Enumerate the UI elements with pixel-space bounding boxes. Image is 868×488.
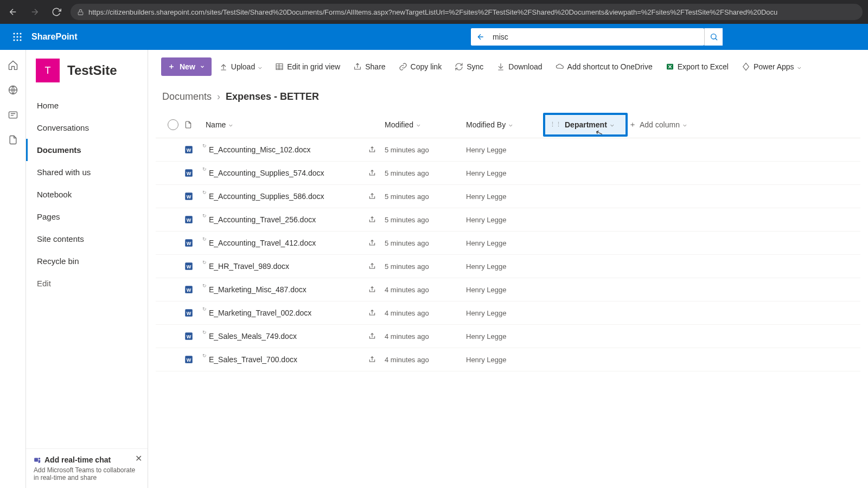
svg-text:W: W [187,334,192,339]
sidebar-item-shared-with-us[interactable]: Shared with us [26,161,148,183]
svg-text:W: W [187,217,192,223]
modified-by-cell: Henry Legge [466,286,542,294]
share-row-icon[interactable] [368,332,385,340]
table-row[interactable]: WE_Accounting_Travel_256.docx5 minutes a… [156,208,860,232]
svg-text:W: W [187,194,192,200]
close-icon[interactable]: ✕ [135,453,142,464]
add-column-button[interactable]: ＋Add column⌵ [629,120,705,130]
power-apps-button[interactable]: Power Apps⌵ [736,59,807,74]
rail-files-icon[interactable] [8,134,18,145]
svg-point-10 [711,34,716,39]
table-row[interactable]: WE_Sales_Travel_700.docx4 minutes agoHen… [156,348,860,371]
table-row[interactable]: WE_Accounting_Travel_412.docx5 minutes a… [156,232,860,255]
file-name[interactable]: E_Sales_Travel_700.docx [206,355,297,364]
share-row-icon[interactable] [368,239,385,247]
modified-by-cell: Henry Legge [466,356,542,364]
table-row[interactable]: WE_Accounting_Misc_102.docx5 minutes ago… [156,138,860,162]
sidebar-item-pages[interactable]: Pages [26,206,148,228]
sync-button[interactable]: Sync [449,59,489,74]
file-name[interactable]: E_Accounting_Travel_412.docx [206,239,316,247]
file-name[interactable]: E_Accounting_Supplies_586.docx [206,192,324,201]
file-name[interactable]: E_Accounting_Misc_102.docx [206,145,311,154]
download-button[interactable]: Download [491,59,547,74]
table-row[interactable]: WE_Accounting_Supplies_574.docx5 minutes… [156,162,860,185]
table-row[interactable]: WE_HR_Travel_989.docx5 minutes agoHenry … [156,255,860,278]
file-name[interactable]: E_Marketing_Travel_002.docx [206,309,311,317]
modified-by-cell: Henry Legge [466,216,542,224]
grid-icon [275,62,284,71]
share-row-icon[interactable] [368,356,385,363]
document-list: Name⌵ Modified⌵ Modified By⌵ ⋮⋮ Departme… [156,111,860,371]
add-shortcut-button[interactable]: Add shortcut to OneDrive [550,59,658,74]
rail-globe-icon[interactable] [8,85,18,95]
site-logo[interactable]: T [36,59,60,82]
svg-text:W: W [187,357,192,363]
table-row[interactable]: WE_Sales_Meals_749.docx4 minutes agoHenr… [156,325,860,348]
column-modified[interactable]: Modified⌵ [385,120,466,129]
share-row-icon[interactable] [368,286,385,293]
search-button[interactable] [704,28,723,46]
table-row[interactable]: WE_Accounting_Supplies_586.docx5 minutes… [156,185,860,208]
file-name[interactable]: E_Accounting_Supplies_574.docx [206,169,324,177]
svg-rect-13 [34,458,38,462]
plus-icon: ＋ [629,120,636,130]
modified-by-cell: Henry Legge [466,309,542,317]
table-row[interactable]: WE_Marketing_Travel_002.docx4 minutes ag… [156,301,860,325]
drag-handle-icon[interactable]: ⋮⋮ [550,121,561,128]
link-icon [399,62,407,71]
browser-forward-button[interactable] [27,4,42,20]
chevron-down-icon: ⌵ [229,121,233,128]
share-row-icon[interactable] [368,309,385,317]
share-row-icon[interactable] [368,262,385,270]
file-name[interactable]: E_Sales_Meals_749.docx [206,332,297,341]
sharepoint-header: SharePoint [0,24,868,50]
plus-icon: ＋ [168,62,175,72]
file-type-icon [184,120,206,129]
svg-text:W: W [187,287,192,293]
browser-url-bar[interactable]: https://citizenbuilders.sharepoint.com/s… [71,4,863,20]
share-row-icon[interactable] [368,169,385,177]
sharepoint-brand[interactable]: SharePoint [31,32,77,42]
new-button[interactable]: ＋ New [161,57,212,76]
sidebar-item-documents[interactable]: Documents [26,139,148,161]
file-name[interactable]: E_HR_Travel_989.docx [206,262,289,271]
share-row-icon[interactable] [368,216,385,223]
export-excel-button[interactable]: Export to Excel [660,59,734,74]
search-box[interactable] [471,28,704,46]
site-title[interactable]: TestSite [67,63,117,78]
chevron-down-icon [200,64,205,69]
search-back-icon[interactable] [471,33,490,41]
share-row-icon[interactable] [368,192,385,200]
column-modified-by[interactable]: Modified By⌵ [466,120,542,129]
column-department[interactable]: ⋮⋮ Department ⌵ ↖ [543,113,628,137]
rail-home-icon[interactable] [8,60,18,70]
table-row[interactable]: WE_Marketing_Misc_487.docx4 minutes agoH… [156,278,860,301]
search-input[interactable] [490,33,704,41]
sidebar-item-conversations[interactable]: Conversations [26,117,148,139]
file-name[interactable]: E_Marketing_Misc_487.docx [206,285,307,294]
share-row-icon[interactable] [368,146,385,153]
copy-link-button[interactable]: Copy link [393,59,448,74]
modified-cell: 5 minutes ago [385,192,466,201]
edit-grid-button[interactable]: Edit in grid view [270,59,346,74]
chevron-down-icon: ⌵ [797,63,801,70]
modified-cell: 4 minutes ago [385,332,466,341]
sidebar-edit-link[interactable]: Edit [26,272,148,294]
select-all-toggle[interactable] [168,119,178,130]
breadcrumb-root[interactable]: Documents [162,91,212,102]
browser-reload-button[interactable] [49,4,64,20]
svg-text:W: W [187,171,192,176]
rail-news-icon[interactable] [8,110,18,120]
sidebar-item-home[interactable]: Home [26,94,148,117]
upload-button[interactable]: Upload⌵ [214,59,267,74]
file-name[interactable]: E_Accounting_Travel_256.docx [206,215,316,224]
share-button[interactable]: Share [348,59,391,74]
browser-back-button[interactable] [5,4,21,20]
column-name[interactable]: Name⌵ [206,120,368,129]
sidebar-item-recycle-bin[interactable]: Recycle bin [26,250,148,272]
sidebar-item-site-contents[interactable]: Site contents [26,228,148,250]
sidebar-item-notebook[interactable]: Notebook [26,183,148,206]
browser-chrome: https://citizenbuilders.sharepoint.com/s… [0,0,868,24]
svg-point-9 [20,39,21,41]
app-launcher-icon[interactable] [4,24,30,50]
